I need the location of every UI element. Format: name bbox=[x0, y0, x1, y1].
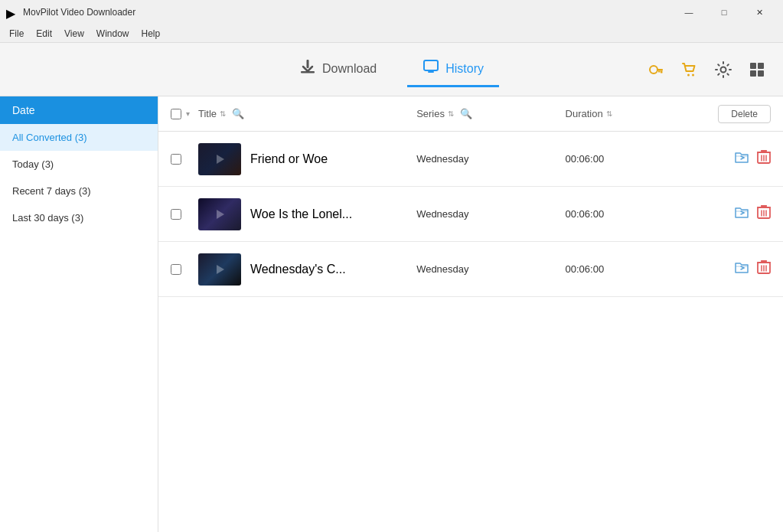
sidebar-item-last-30[interactable]: Last 30 days (3) bbox=[0, 204, 158, 231]
history-tab-icon bbox=[422, 58, 439, 79]
maximize-button[interactable]: □ bbox=[706, 0, 742, 24]
row-2-delete-icon[interactable] bbox=[757, 204, 771, 224]
row-1-title-text: Friend or Woe bbox=[250, 152, 328, 166]
row-2-thumbnail bbox=[198, 198, 241, 230]
svg-marker-16 bbox=[217, 155, 224, 164]
sidebar-header: Date bbox=[0, 96, 158, 124]
key-icon-button[interactable] bbox=[642, 56, 670, 83]
svg-rect-13 bbox=[758, 63, 764, 69]
row-1-thumbnail bbox=[198, 143, 241, 175]
table-row: Friend or Woe Wednesday 00:06:00 bbox=[158, 132, 783, 187]
svg-rect-4 bbox=[429, 70, 432, 72]
menu-help[interactable]: Help bbox=[135, 27, 167, 41]
table-area: ▾ Title ⇅ 🔍 Series ⇅ 🔍 Duration ⇅ Delete bbox=[158, 96, 783, 532]
row-3-actions bbox=[694, 259, 771, 279]
row-1-series: Wednesday bbox=[416, 153, 565, 165]
tab-group: Download History bbox=[284, 52, 499, 86]
row-1-actions bbox=[694, 149, 771, 168]
cart-icon-button[interactable] bbox=[676, 56, 703, 83]
window-controls: — □ ✕ bbox=[671, 0, 777, 24]
close-button[interactable]: ✕ bbox=[742, 0, 777, 24]
row-1-duration: 00:06:00 bbox=[566, 153, 694, 165]
tab-history-label: History bbox=[445, 62, 484, 76]
row-3-title-col: Wednesday's C... bbox=[198, 253, 416, 286]
row-1-open-folder-icon[interactable] bbox=[734, 149, 749, 168]
row-2-title-text: Woe Is the Lonel... bbox=[250, 207, 352, 221]
menu-window[interactable]: Window bbox=[90, 27, 135, 41]
svg-rect-1 bbox=[307, 60, 309, 68]
row-3-open-folder-icon[interactable] bbox=[734, 259, 749, 279]
header-title-col: Title ⇅ 🔍 bbox=[198, 108, 416, 119]
tab-bar: Download History bbox=[0, 43, 783, 96]
svg-point-5 bbox=[650, 66, 657, 73]
header-checkbox-col: ▾ bbox=[171, 109, 198, 119]
title-bar: ▶ MovPilot Video Downloader — □ ✕ bbox=[0, 0, 783, 24]
sidebar: Date All Converted (3) Today (3) Recent … bbox=[0, 96, 158, 532]
menu-view[interactable]: View bbox=[58, 27, 90, 41]
minimize-button[interactable]: — bbox=[671, 0, 706, 24]
row-2-title-col: Woe Is the Lonel... bbox=[198, 198, 416, 230]
table-header: ▾ Title ⇅ 🔍 Series ⇅ 🔍 Duration ⇅ Delete bbox=[158, 96, 783, 132]
tab-download-label: Download bbox=[322, 62, 377, 76]
row-1-checkbox-col bbox=[171, 154, 198, 165]
header-series-label: Series bbox=[416, 108, 445, 119]
svg-rect-15 bbox=[758, 70, 764, 77]
svg-rect-6 bbox=[657, 69, 663, 71]
svg-rect-14 bbox=[750, 70, 756, 77]
sidebar-item-all-converted[interactable]: All Converted (3) bbox=[0, 124, 158, 151]
checkbox-arrow: ▾ bbox=[186, 109, 190, 118]
app-icon: ▶ bbox=[6, 6, 18, 18]
menu-file[interactable]: File bbox=[3, 27, 30, 41]
thumb-2-inner bbox=[198, 198, 241, 230]
menu-bar: File Edit View Window Help bbox=[0, 24, 783, 43]
duration-sort-icon[interactable]: ⇅ bbox=[606, 109, 612, 118]
row-3-delete-icon[interactable] bbox=[757, 259, 771, 279]
row-3-duration: 00:06:00 bbox=[566, 263, 694, 275]
row-1-title-col: Friend or Woe bbox=[198, 143, 416, 175]
row-1-delete-icon[interactable] bbox=[757, 149, 771, 168]
row-3-thumbnail bbox=[198, 253, 241, 286]
main-content: Date All Converted (3) Today (3) Recent … bbox=[0, 96, 783, 532]
series-search-icon[interactable]: 🔍 bbox=[460, 108, 472, 119]
row-2-actions bbox=[694, 204, 771, 224]
sidebar-item-today[interactable]: Today (3) bbox=[0, 151, 158, 178]
toolbar-right bbox=[642, 56, 771, 83]
title-search-icon[interactable]: 🔍 bbox=[232, 108, 244, 119]
svg-rect-8 bbox=[658, 70, 661, 72]
row-1-checkbox[interactable] bbox=[171, 154, 181, 165]
svg-rect-12 bbox=[750, 63, 756, 69]
row-3-series: Wednesday bbox=[416, 263, 565, 275]
row-2-open-folder-icon[interactable] bbox=[734, 204, 749, 224]
menu-edit[interactable]: Edit bbox=[30, 27, 58, 41]
svg-marker-28 bbox=[217, 265, 224, 274]
row-3-title-text: Wednesday's C... bbox=[250, 263, 346, 276]
sidebar-item-recent-7[interactable]: Recent 7 days (3) bbox=[0, 178, 158, 204]
header-duration-label: Duration bbox=[566, 108, 603, 119]
row-2-checkbox[interactable] bbox=[171, 209, 181, 220]
thumb-1-inner bbox=[198, 143, 241, 175]
row-3-checkbox-col bbox=[171, 264, 198, 275]
row-2-duration: 00:06:00 bbox=[566, 208, 694, 220]
title-sort-icon[interactable]: ⇅ bbox=[220, 109, 226, 118]
grid-icon-button[interactable] bbox=[743, 56, 771, 83]
header-title-label: Title bbox=[198, 108, 217, 119]
row-2-checkbox-col bbox=[171, 209, 198, 220]
row-3-checkbox[interactable] bbox=[171, 264, 181, 275]
series-sort-icon[interactable]: ⇅ bbox=[448, 109, 454, 118]
row-2-series: Wednesday bbox=[416, 208, 565, 220]
svg-rect-2 bbox=[424, 60, 438, 70]
delete-button[interactable]: Delete bbox=[718, 105, 771, 123]
table-row: Woe Is the Lonel... Wednesday 00:06:00 bbox=[158, 187, 783, 242]
svg-rect-7 bbox=[661, 70, 663, 73]
table-row: Wednesday's C... Wednesday 00:06:00 bbox=[158, 242, 783, 297]
tab-download[interactable]: Download bbox=[284, 52, 392, 87]
header-duration-col: Duration ⇅ bbox=[566, 108, 694, 119]
thumb-3-inner bbox=[198, 253, 241, 286]
svg-point-9 bbox=[687, 73, 690, 76]
settings-icon-button[interactable] bbox=[710, 56, 737, 83]
select-all-checkbox[interactable] bbox=[171, 109, 181, 119]
header-series-col: Series ⇅ 🔍 bbox=[416, 108, 565, 119]
tab-history[interactable]: History bbox=[407, 52, 499, 87]
svg-point-11 bbox=[721, 67, 726, 72]
svg-point-10 bbox=[692, 73, 694, 76]
